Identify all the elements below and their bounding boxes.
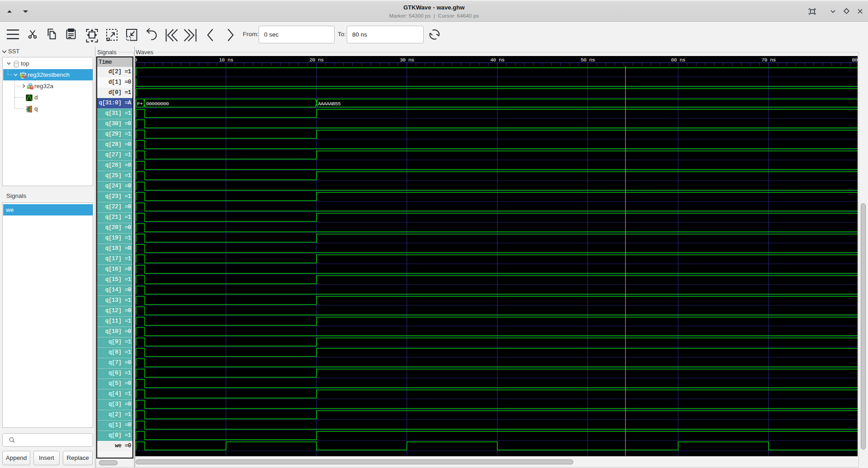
svg-text:0: 0 [135,57,137,63]
svg-text:70 ns: 70 ns [761,57,776,63]
svg-text:40 ns: 40 ns [490,57,505,63]
svg-text:60 ns: 60 ns [671,57,685,63]
svg-text:AAAAAB55: AAAAAB55 [318,101,341,107]
svg-text:20 ns: 20 ns [309,57,324,63]
svg-text:30 ns: 30 ns [400,57,414,63]
svg-text:00000000: 00000000 [146,101,169,107]
svg-text:80 ns: 80 ns [852,57,858,63]
svg-text:F+: F+ [137,101,143,107]
svg-text:50 ns: 50 ns [580,57,595,63]
svg-text:10 ns: 10 ns [219,57,233,63]
